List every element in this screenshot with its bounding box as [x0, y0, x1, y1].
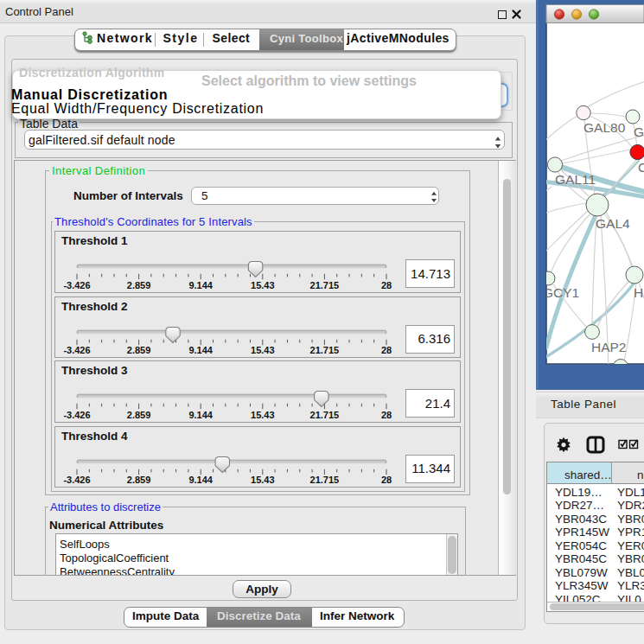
svg-text:GCY1: GCY1 — [543, 285, 579, 300]
svg-text:H: H — [634, 285, 643, 300]
svg-text:GAL4: GAL4 — [596, 216, 630, 231]
svg-text:C: C — [638, 160, 644, 175]
svg-text:GAL80: GAL80 — [583, 120, 626, 135]
svg-text:GA: GA — [634, 124, 644, 139]
svg-text:HAP2: HAP2 — [591, 340, 627, 354]
svg-text:GAL11: GAL11 — [555, 172, 596, 187]
